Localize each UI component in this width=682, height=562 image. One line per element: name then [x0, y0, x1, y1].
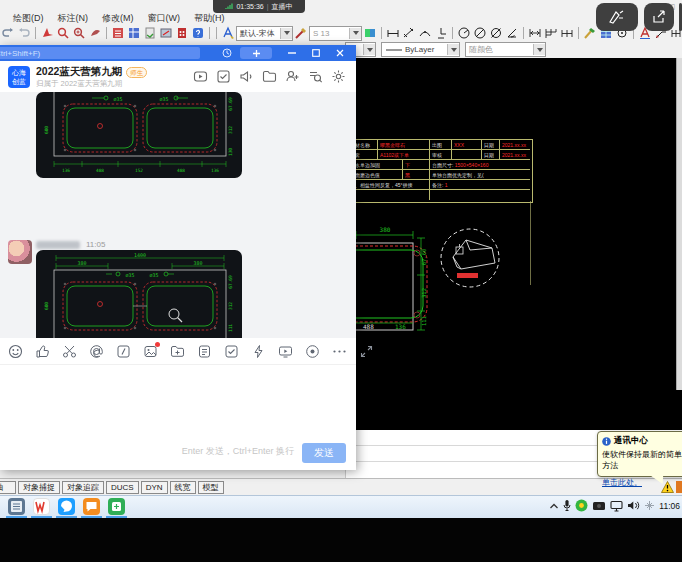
expand-input-button[interactable] — [359, 344, 374, 359]
help-icon[interactable] — [191, 26, 205, 40]
search-history-icon[interactable] — [308, 69, 323, 84]
status-toggle-otrack[interactable]: 对象追踪 — [62, 481, 104, 494]
pan-tool-icon[interactable] — [40, 26, 54, 40]
image-upload-button[interactable] — [143, 344, 158, 359]
more-tools-button[interactable] — [332, 344, 347, 359]
text-style-icon[interactable] — [221, 26, 235, 40]
zoom-realtime-icon[interactable] — [56, 26, 70, 40]
dim-style-combo[interactable]: S 13 — [309, 26, 362, 41]
menu-modify[interactable]: 修改(M) — [95, 12, 141, 25]
task-button[interactable] — [224, 344, 239, 359]
todo-icon[interactable] — [216, 69, 231, 84]
notes-button[interactable] — [197, 344, 212, 359]
dim-angular-icon[interactable] — [505, 26, 519, 40]
menu-draw[interactable]: 绘图(D) — [6, 12, 51, 25]
dim-continue-icon[interactable] — [560, 26, 574, 40]
maximize-icon[interactable] — [312, 49, 320, 57]
redo-icon[interactable] — [17, 26, 31, 40]
status-toggle-ducs[interactable]: DUCS — [106, 481, 139, 494]
combo-arrow-icon[interactable] — [447, 44, 459, 55]
folder-icon[interactable] — [262, 69, 277, 84]
linetype-combo[interactable]: ByLayer — [381, 42, 460, 57]
tray-warning-icon[interactable] — [661, 481, 674, 493]
camera-tray-icon[interactable] — [592, 500, 606, 511]
dim-aligned-icon[interactable] — [402, 26, 416, 40]
chat-titlebar[interactable]: 搜索 (Ctrl+Shift+F) — [0, 45, 356, 61]
announcement-icon[interactable] — [239, 69, 254, 84]
undo-icon[interactable] — [1, 26, 15, 40]
tray-expand-icon[interactable] — [549, 502, 559, 510]
dim-quick-icon[interactable] — [528, 26, 542, 40]
green-tray-icon[interactable] — [575, 499, 588, 512]
combo-arrow-icon[interactable] — [533, 44, 545, 55]
dim-linear-icon[interactable] — [386, 26, 400, 40]
screenshot-scissors-button[interactable] — [62, 344, 77, 359]
taskbar-app-dingtalk[interactable] — [58, 498, 75, 515]
notification-balloon[interactable]: 通讯中心 使软件保持最新的简单方法 单击此处。 — [597, 431, 682, 477]
chat-search-input[interactable]: 搜索 (Ctrl+Shift+F) — [0, 47, 200, 59]
quick-action-button[interactable] — [251, 344, 266, 359]
taskbar-app-cad[interactable] — [8, 498, 25, 515]
history-icon[interactable] — [222, 48, 232, 58]
group-avatar[interactable]: 心海 创蓝 — [8, 66, 30, 88]
gradient-tool-icon[interactable] — [363, 26, 377, 40]
new-chat-button[interactable] — [240, 47, 272, 59]
menu-help[interactable]: 帮助(H) — [187, 12, 232, 25]
dim-style-icon[interactable] — [294, 26, 308, 40]
zoom-window-icon[interactable] — [72, 26, 86, 40]
chat-input-area[interactable]: Enter 发送，Ctrl+Enter 换行 发送 — [0, 365, 356, 470]
dim-radius-icon[interactable] — [457, 26, 471, 40]
settings-gear-icon[interactable] — [331, 69, 346, 84]
status-toggle-model[interactable]: 模型 — [198, 481, 224, 494]
dim-arc-icon[interactable] — [418, 26, 432, 40]
tray-partial-icon[interactable] — [676, 481, 682, 493]
close-icon[interactable] — [336, 49, 344, 57]
add-member-icon[interactable] — [285, 69, 300, 84]
taskbar-app-green[interactable] — [108, 498, 125, 515]
status-toggle-lineweight[interactable]: 线宽 — [170, 481, 196, 494]
combo-arrow-icon[interactable] — [363, 44, 375, 55]
balloon-link[interactable]: 单击此处。 — [602, 478, 642, 487]
menu-window[interactable]: 窗口(W) — [141, 12, 188, 25]
microphone-icon[interactable] — [563, 499, 571, 512]
network-tray-icon[interactable] — [644, 500, 655, 511]
dim-diameter-icon[interactable] — [489, 26, 503, 40]
menu-dimension[interactable]: 标注(N) — [51, 12, 96, 25]
zoom-previous-icon[interactable] — [88, 26, 102, 40]
file-upload-button[interactable] — [170, 344, 185, 359]
speaker-tray-icon[interactable] — [627, 500, 640, 511]
dim-ordinate-icon[interactable] — [434, 26, 448, 40]
thumbs-up-button[interactable] — [35, 344, 50, 359]
record-button[interactable] — [305, 344, 320, 359]
sheet-set-icon[interactable] — [143, 26, 157, 40]
dim-jogged-icon[interactable] — [473, 26, 487, 40]
cad-drawing[interactable]: 380 67.60 312 111 488 136 — [345, 205, 682, 430]
taskbar-app-wps[interactable] — [33, 498, 50, 515]
dim-edit-icon[interactable] — [583, 26, 597, 40]
annotate-tool-button[interactable] — [596, 3, 638, 31]
sender-avatar[interactable] — [8, 240, 32, 264]
combo-arrow-icon[interactable] — [280, 28, 292, 39]
mention-button[interactable] — [89, 344, 104, 359]
taskbar-app-chat[interactable] — [83, 498, 100, 515]
send-button[interactable]: 发送 — [302, 443, 346, 463]
properties-panel-icon[interactable] — [111, 26, 125, 40]
markup-icon[interactable] — [159, 26, 173, 40]
chat-image-message-1[interactable]: ∅35 ∅35 600 67.69 312 130 136 488 152 48… — [36, 92, 242, 178]
display-tray-icon[interactable] — [610, 500, 623, 512]
text-style-combo[interactable]: 默认-宋体 — [236, 26, 293, 41]
share-tool-button[interactable] — [644, 3, 674, 31]
quick-command-button[interactable] — [116, 344, 131, 359]
minimize-icon[interactable] — [288, 52, 296, 54]
status-toggle-osnap[interactable]: 对象捕捉 — [18, 481, 60, 494]
dim-baseline-icon[interactable] — [544, 26, 558, 40]
status-toggle-dyn[interactable]: DYN — [141, 481, 168, 494]
table-panel-icon[interactable] — [127, 26, 141, 40]
plotstyle-combo[interactable]: 随颜色 — [465, 42, 546, 57]
screen-share-button[interactable] — [278, 344, 293, 359]
combo-arrow-icon[interactable] — [349, 28, 361, 39]
meeting-icon[interactable] — [193, 69, 208, 84]
status-toggle-partial[interactable]: 轴 — [0, 481, 16, 494]
chat-message-area[interactable]: ∅35 ∅35 600 67.69 312 130 136 488 152 48… — [0, 92, 356, 338]
quickcalc-icon[interactable] — [175, 26, 189, 40]
